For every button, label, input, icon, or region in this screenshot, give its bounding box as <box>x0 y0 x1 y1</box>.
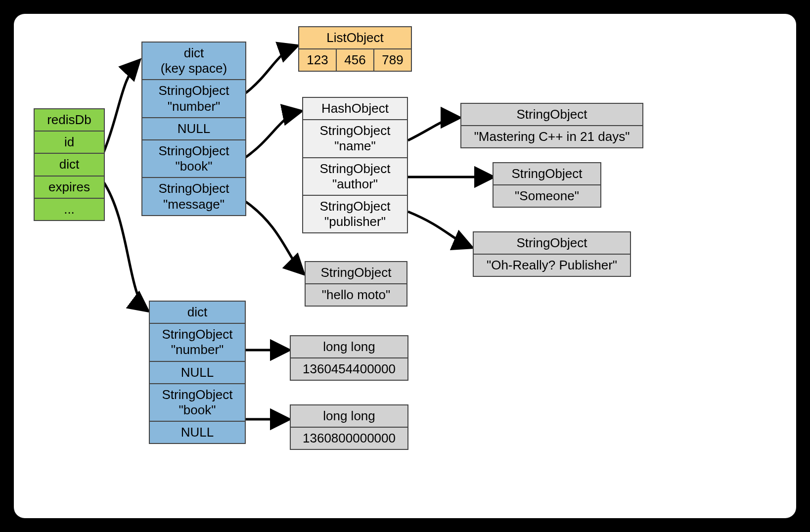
stringobject-title: StringObject <box>494 163 600 184</box>
hashobject-title: HashObject <box>303 98 407 119</box>
dict-keyspace-entry-message: StringObject "message" <box>142 177 245 215</box>
expires-dict-box: dict StringObject "number" NULL StringOb… <box>149 301 246 444</box>
redisdb-dict: dict <box>35 153 104 175</box>
longlong-title: long long <box>291 336 407 357</box>
redisdb-expires: expires <box>35 176 104 198</box>
expires-entry-null1: NULL <box>150 361 245 383</box>
dict-keyspace-title: dict (key space) <box>142 43 245 79</box>
list-item: 789 <box>373 49 411 71</box>
stringobject-title: StringObject <box>474 232 630 254</box>
longlong-value: 1360800000000 <box>291 427 407 449</box>
listobject-box: ListObject 123 456 789 <box>298 26 412 72</box>
diagram-card: redisDb id dict expires ... dict (key sp… <box>14 14 796 518</box>
list-item: 456 <box>336 49 373 71</box>
dict-keyspace-box: dict (key space) StringObject "number" N… <box>141 42 246 216</box>
dict-keyspace-title-line1: dict <box>184 45 204 60</box>
stringobject-value: "hello moto" <box>306 283 406 306</box>
stringobject-title: StringObject <box>306 262 406 283</box>
longlong-value: 1360454400000 <box>291 357 407 380</box>
hashobject-field-name: StringObject "name" <box>303 119 407 157</box>
redisdb-box: redisDb id dict expires ... <box>34 108 105 221</box>
stringobject-value: "Mastering C++ in 21 days" <box>461 125 642 147</box>
dict-keyspace-title-line2: (key space) <box>161 61 227 76</box>
dict-keyspace-entry-number: StringObject "number" <box>142 79 245 117</box>
stringobject-value: "Oh-Really? Publisher" <box>474 254 630 276</box>
list-item: 123 <box>299 49 336 71</box>
stringobject-hello: StringObject "hello moto" <box>305 261 407 307</box>
expires-dict-title: dict <box>150 302 245 323</box>
redisdb-id: id <box>35 131 104 153</box>
hashobject-box: HashObject StringObject "name" StringObj… <box>302 97 408 233</box>
hashobject-field-author: StringObject "author" <box>303 157 407 195</box>
longlong-book: long long 1360800000000 <box>290 404 408 450</box>
listobject-title: ListObject <box>299 27 411 48</box>
stringobject-value: "Someone" <box>494 184 600 207</box>
stringobject-title: StringObject <box>461 104 642 125</box>
expires-entry-null2: NULL <box>150 421 245 443</box>
redisdb-title: redisDb <box>35 109 104 131</box>
stringobject-someone: StringObject "Someone" <box>493 162 601 208</box>
listobject-items: 123 456 789 <box>299 48 411 71</box>
longlong-title: long long <box>291 405 407 427</box>
stringobject-publisher: StringObject "Oh-Really? Publisher" <box>473 231 631 277</box>
redisdb-more: ... <box>35 198 104 220</box>
dict-keyspace-entry-null1: NULL <box>142 117 245 139</box>
stringobject-mastering: StringObject "Mastering C++ in 21 days" <box>460 103 643 148</box>
expires-entry-number: StringObject "number" <box>150 323 245 360</box>
expires-entry-book: StringObject "book" <box>150 383 245 421</box>
hashobject-field-publisher: StringObject "publisher" <box>303 195 407 232</box>
dict-keyspace-entry-book: StringObject "book" <box>142 139 245 177</box>
longlong-number: long long 1360454400000 <box>290 335 408 381</box>
